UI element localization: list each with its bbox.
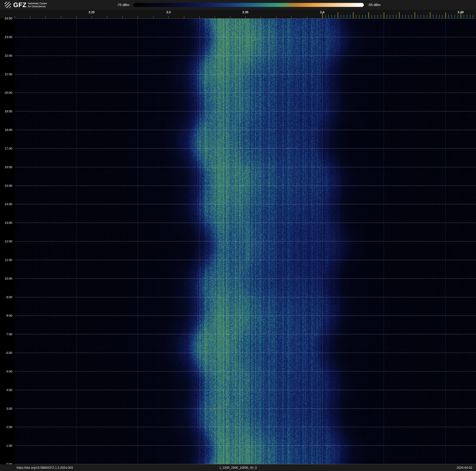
channel-major-tick: [445, 12, 446, 18]
time-tick-label: 7:00: [6, 332, 12, 336]
time-tick-label: 13:00: [5, 221, 12, 225]
freq-minor-tick: [15, 16, 15, 18]
channel-minor-tick: [350, 15, 350, 18]
doi-link[interactable]: https://doi.org/10.5880/GFZ.1.2.2024.003: [17, 466, 73, 470]
header: GFZ Helmholtz Centre for Geosciences -75…: [0, 0, 476, 10]
freq-tick-label: 2.35: [242, 10, 248, 14]
time-tick-label: 15:00: [5, 184, 12, 187]
channel-minor-tick: [359, 15, 359, 18]
channel-minor-tick: [421, 15, 421, 18]
freq-minor-tick: [291, 16, 292, 18]
freq-minor-tick: [153, 16, 153, 18]
time-tick-label: 1:00: [6, 444, 12, 448]
time-tick-label: 4:00: [6, 388, 12, 392]
colorbar: [134, 3, 364, 7]
channel-minor-tick: [393, 15, 393, 18]
time-tick-label: 21:00: [5, 72, 12, 76]
channel-major-tick: [338, 12, 338, 18]
channel-minor-tick: [427, 15, 427, 18]
channel-minor-tick: [411, 15, 412, 18]
freq-minor-tick: [307, 16, 307, 18]
channel-minor-tick: [378, 15, 378, 18]
channel-minor-tick: [467, 15, 467, 18]
freq-tick-label: 2.25: [89, 10, 95, 14]
gfz-logo: GFZ Helmholtz Centre for Geosciences: [4, 1, 47, 9]
dataset-id: 1_2200_2500_10000_40_0: [219, 466, 257, 470]
channel-minor-tick: [362, 15, 362, 18]
freq-minor-tick: [92, 16, 92, 18]
brand-subtitle-line1: Helmholtz Centre: [28, 2, 47, 5]
time-tick-label: 17:00: [5, 147, 12, 150]
channel-minor-tick: [436, 15, 436, 18]
channel-minor-tick: [424, 15, 424, 18]
brand-subtitle-line2: for Geosciences: [28, 5, 47, 8]
channel-minor-tick: [328, 15, 329, 18]
time-tick-label: 8:00: [6, 314, 12, 317]
frequency-ruler: 2.252.32.352.42.49: [15, 10, 476, 18]
time-tick-label: 23:00: [5, 35, 12, 39]
channel-minor-tick: [396, 15, 396, 18]
channel-major-tick: [415, 12, 415, 18]
gfz-hatched-circle-icon: [4, 1, 12, 9]
time-tick-label: 22:00: [5, 54, 12, 57]
channel-minor-tick: [374, 15, 375, 18]
brand-subtitle: Helmholtz Centre for Geosciences: [28, 2, 47, 8]
colorbar-group: -75 dBm -55 dBm: [117, 0, 380, 10]
channel-minor-tick: [402, 15, 402, 18]
channel-minor-tick: [458, 15, 458, 18]
time-tick-label: 3:00: [6, 407, 12, 410]
time-tick-label: 2:00: [6, 425, 12, 429]
channel-minor-tick: [455, 15, 455, 18]
channel-minor-tick: [347, 15, 347, 18]
colorbar-min-label: -75 dBm: [117, 3, 129, 7]
frequency-ruler-row: 2.252.32.352.42.49: [0, 10, 476, 18]
time-tick-label: 9:00: [6, 295, 12, 299]
time-tick-label: 11:00: [5, 258, 12, 262]
freq-tick-label: 2.3: [166, 10, 170, 14]
freq-minor-tick: [261, 16, 261, 18]
channel-minor-tick: [335, 15, 335, 18]
channel-minor-tick: [442, 15, 442, 18]
colorbar-max-label: -55 dBm: [368, 3, 380, 7]
freq-minor-tick: [199, 16, 200, 18]
channel-minor-tick: [387, 15, 387, 18]
spectrogram-plot: [15, 18, 476, 464]
channel-minor-tick: [344, 15, 344, 18]
freq-minor-tick: [138, 16, 138, 18]
freq-minor-tick: [30, 16, 30, 18]
channel-minor-tick: [470, 15, 470, 18]
channel-minor-tick: [365, 15, 366, 18]
freq-minor-tick: [169, 16, 169, 18]
time-tick-label: 24:00: [5, 17, 12, 20]
freq-minor-tick: [76, 16, 77, 18]
spectrogram-canvas: [15, 18, 476, 464]
channel-minor-tick: [332, 15, 332, 18]
time-tick-label: 19:00: [5, 109, 12, 113]
time-tick-label: 12:00: [5, 240, 12, 243]
time-axis: 24:0023:0022:0021:0020:0019:0018:0017:00…: [0, 18, 15, 464]
time-tick-label: 16:00: [5, 165, 12, 169]
channel-minor-tick: [433, 15, 433, 18]
freq-minor-tick: [215, 16, 215, 18]
channel-major-tick: [384, 12, 384, 18]
channel-minor-tick: [418, 15, 418, 18]
channel-minor-tick: [372, 15, 372, 18]
freq-minor-tick: [276, 16, 276, 18]
freq-minor-tick: [184, 16, 184, 18]
freq-minor-tick: [245, 16, 246, 18]
channel-minor-tick: [451, 15, 452, 18]
channel-minor-tick: [439, 15, 440, 18]
channel-major-tick: [399, 12, 400, 18]
channel-minor-tick: [325, 15, 326, 18]
brand-text: GFZ: [13, 2, 27, 8]
channel-minor-tick: [356, 15, 357, 18]
freq-minor-tick: [230, 16, 230, 18]
time-tick-label: 14:00: [5, 202, 12, 206]
freq-tick-label: 2.49: [458, 10, 464, 14]
channel-minor-tick: [408, 15, 408, 18]
time-tick-label: 5:00: [6, 370, 12, 373]
channel-minor-tick: [464, 15, 464, 18]
time-tick-label: 20:00: [5, 91, 12, 94]
channel-minor-tick: [381, 15, 381, 18]
freq-minor-tick: [107, 16, 107, 18]
